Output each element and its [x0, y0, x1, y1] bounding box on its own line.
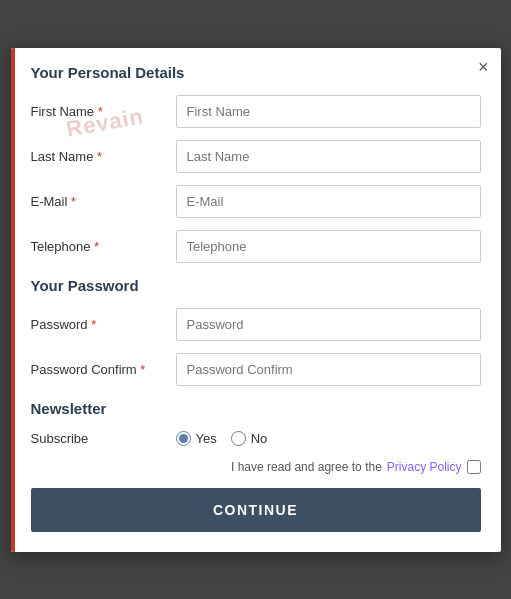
- newsletter-section: Newsletter Subscribe Yes No: [31, 400, 481, 446]
- continue-button[interactable]: CONTINUE: [31, 488, 481, 532]
- modal-body: Your Personal Details First Name * Last …: [11, 48, 501, 552]
- accent-border: [11, 48, 15, 552]
- subscribe-row: Subscribe Yes No: [31, 431, 481, 446]
- modal-overlay: × Revain Your Personal Details First Nam…: [0, 0, 511, 599]
- last-name-row: Last Name *: [31, 140, 481, 173]
- modal-dialog: × Revain Your Personal Details First Nam…: [11, 48, 501, 552]
- subscribe-no-radio[interactable]: [231, 431, 246, 446]
- first-name-row: First Name *: [31, 95, 481, 128]
- email-label: E-Mail *: [31, 194, 176, 209]
- email-input[interactable]: [176, 185, 481, 218]
- close-button[interactable]: ×: [478, 58, 489, 76]
- password-input[interactable]: [176, 308, 481, 341]
- policy-checkbox[interactable]: [467, 460, 481, 474]
- password-label: Password *: [31, 317, 176, 332]
- telephone-row: Telephone *: [31, 230, 481, 263]
- newsletter-title: Newsletter: [31, 400, 481, 417]
- last-name-input[interactable]: [176, 140, 481, 173]
- password-section-title: Your Password: [31, 277, 481, 294]
- policy-row: I have read and agree to the Privacy Pol…: [31, 460, 481, 474]
- subscribe-yes-radio[interactable]: [176, 431, 191, 446]
- personal-details-title: Your Personal Details: [31, 64, 481, 81]
- password-row: Password *: [31, 308, 481, 341]
- password-confirm-label: Password Confirm *: [31, 362, 176, 377]
- subscribe-yes-label[interactable]: Yes: [176, 431, 217, 446]
- password-confirm-row: Password Confirm *: [31, 353, 481, 386]
- email-row: E-Mail *: [31, 185, 481, 218]
- telephone-input[interactable]: [176, 230, 481, 263]
- password-confirm-input[interactable]: [176, 353, 481, 386]
- subscribe-radio-group: Yes No: [176, 431, 268, 446]
- telephone-label: Telephone *: [31, 239, 176, 254]
- first-name-label: First Name *: [31, 104, 176, 119]
- privacy-policy-link[interactable]: Privacy Policy: [387, 460, 462, 474]
- last-name-label: Last Name *: [31, 149, 176, 164]
- subscribe-label: Subscribe: [31, 431, 176, 446]
- policy-text: I have read and agree to the: [231, 460, 382, 474]
- first-name-input[interactable]: [176, 95, 481, 128]
- subscribe-no-label[interactable]: No: [231, 431, 268, 446]
